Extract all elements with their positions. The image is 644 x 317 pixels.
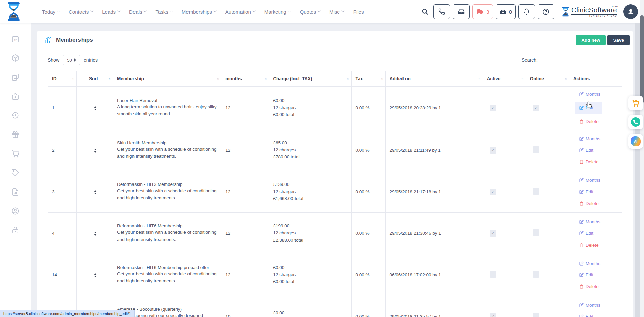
nav-marketing[interactable]: Marketing — [264, 9, 291, 15]
basket-download-icon[interactable] — [11, 92, 19, 100]
edit-icon — [579, 220, 584, 224]
cart-icon[interactable] — [11, 150, 19, 158]
sort-arrows-icon: ↑↓ — [72, 77, 74, 81]
calendar-icon[interactable]: 12 — [11, 35, 19, 43]
months-value: 12 — [221, 171, 269, 213]
add-new-button[interactable]: Add new — [576, 35, 606, 45]
show-label: Show — [48, 57, 59, 63]
header-added-on[interactable]: Added on↑↓ — [385, 71, 483, 87]
sort-handle[interactable] — [81, 189, 109, 196]
edit-link[interactable]: Edit — [579, 189, 593, 194]
membership-description: Get your best skin with a schedule of co… — [117, 229, 218, 243]
history-icon[interactable] — [11, 111, 19, 119]
tag-icon[interactable] — [11, 169, 19, 177]
online-checkbox[interactable] — [533, 146, 539, 153]
page-size-select[interactable]: 50 — [63, 55, 80, 65]
save-button[interactable]: Save — [607, 35, 630, 45]
online-checkbox[interactable] — [533, 105, 539, 111]
active-checkbox[interactable] — [490, 313, 496, 317]
status-url-bar: https://server3.clinicsoftware.com/admin… — [0, 310, 135, 317]
header-membership[interactable]: Membership↑↓ — [113, 71, 221, 87]
nav-files[interactable]: Files — [353, 9, 364, 15]
register-count-badge: 0 — [509, 9, 512, 15]
header-tax[interactable]: Tax↑↓ — [351, 71, 385, 87]
delete-link[interactable]: Delete — [579, 201, 599, 206]
copy-icon[interactable] — [11, 73, 19, 81]
phone-button[interactable] — [433, 4, 450, 19]
scrollbar-thumb[interactable] — [640, 15, 644, 103]
nav-misc[interactable]: Misc — [329, 9, 344, 15]
edit-link[interactable]: Edit — [579, 314, 593, 317]
inner-scrollbar-track[interactable] — [635, 23, 640, 317]
search-icon[interactable] — [421, 8, 429, 15]
online-checkbox[interactable] — [533, 229, 539, 236]
gift-icon[interactable] — [11, 130, 19, 139]
nav-leads[interactable]: Leads — [102, 9, 120, 15]
nav-quotes[interactable]: Quotes — [300, 9, 320, 15]
floating-ai-button[interactable]: AI — [628, 134, 643, 149]
active-checkbox[interactable] — [490, 230, 496, 237]
header-months[interactable]: months↑↓ — [221, 71, 269, 87]
header-charge[interactable]: Charge (Incl. TAX)↑↓ — [269, 71, 351, 87]
header-online[interactable]: Online↑↓ — [526, 71, 569, 87]
nav-automation[interactable]: Automation — [225, 9, 255, 15]
brand-tagline: TEN STEPS AHEAD — [571, 14, 617, 17]
active-checkbox[interactable] — [490, 105, 496, 111]
header-active[interactable]: Active↑↓ — [483, 71, 526, 87]
edit-link[interactable]: Edit — [575, 102, 602, 114]
cube-icon[interactable] — [11, 54, 19, 62]
notifications-button[interactable] — [518, 4, 535, 19]
search-input[interactable] — [541, 55, 622, 65]
edit-link[interactable]: Edit — [579, 231, 593, 236]
nav-contacts[interactable]: Contacts — [69, 9, 93, 15]
active-checkbox[interactable] — [490, 147, 496, 154]
months-value: 10 — [221, 296, 269, 317]
nav-deals[interactable]: Deals — [129, 9, 146, 15]
lock-icon[interactable] — [11, 226, 19, 234]
active-checkbox[interactable] — [490, 271, 496, 278]
floating-phone-button[interactable] — [628, 115, 643, 129]
months-link[interactable]: Months — [579, 219, 600, 224]
sort-handle[interactable] — [81, 105, 109, 112]
nav-memberships[interactable]: Memberships — [182, 9, 216, 15]
months-link[interactable]: Months — [579, 136, 600, 141]
online-checkbox[interactable] — [533, 188, 539, 195]
months-link[interactable]: Months — [579, 261, 600, 266]
edit-icon — [579, 190, 584, 194]
sort-handle[interactable] — [81, 272, 109, 279]
header-sort[interactable]: Sort↑↓ — [77, 71, 113, 87]
topbar-actions: 3 0 ClinicSoftware.com TEN STEPS AHEAD — [421, 0, 638, 23]
header-id[interactable]: ID↑↓ — [48, 71, 77, 87]
account-icon[interactable] — [11, 207, 19, 215]
sort-handle[interactable] — [81, 230, 109, 237]
months-link[interactable]: Months — [579, 178, 600, 183]
months-link[interactable]: Months — [579, 92, 600, 97]
edit-link[interactable]: Edit — [579, 148, 593, 153]
register-button[interactable]: 0 — [496, 4, 516, 19]
sort-handle[interactable] — [81, 147, 109, 154]
active-checkbox[interactable] — [490, 189, 496, 195]
row-id: 4 — [48, 213, 77, 254]
online-checkbox[interactable] — [533, 271, 539, 278]
hourglass-logo-icon[interactable] — [6, 2, 21, 22]
help-button[interactable] — [538, 4, 554, 19]
clinicsoftware-logo[interactable]: ClinicSoftware.com TEN STEPS AHEAD — [562, 6, 617, 17]
nav-tasks[interactable]: Tasks — [155, 9, 172, 15]
row-id: 14 — [48, 254, 77, 296]
delete-link[interactable]: Delete — [579, 284, 599, 289]
edit-icon — [579, 137, 584, 141]
edit-link[interactable]: Edit — [579, 272, 593, 277]
online-checkbox[interactable] — [533, 313, 539, 317]
floating-cart-button[interactable] — [628, 96, 643, 110]
chat-button[interactable]: 3 — [472, 4, 493, 19]
delete-link[interactable]: Delete — [579, 119, 599, 124]
sort-arrows-icon: ↑↓ — [108, 77, 110, 81]
report-icon[interactable] — [11, 188, 19, 196]
sort-arrows-icon: ↑↓ — [264, 77, 266, 81]
delete-link[interactable]: Delete — [579, 243, 599, 248]
months-link[interactable]: Months — [579, 303, 600, 308]
inbox-button[interactable] — [453, 4, 470, 19]
delete-link[interactable]: Delete — [579, 159, 599, 164]
user-avatar[interactable] — [623, 4, 638, 19]
nav-today[interactable]: Today — [42, 9, 60, 15]
